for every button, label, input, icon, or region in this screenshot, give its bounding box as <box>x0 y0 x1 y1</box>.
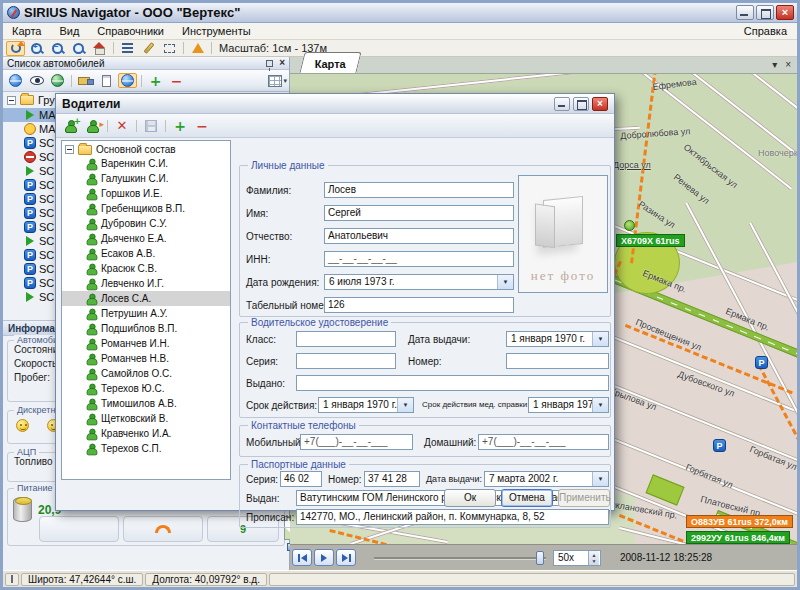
playback-speed-input[interactable]: 50x ▲▼ <box>553 550 601 566</box>
skip-forward-button[interactable] <box>336 549 356 566</box>
minus-icon: − <box>171 74 183 88</box>
ok-button[interactable]: Ок <box>444 489 496 507</box>
timeline-slider[interactable] <box>374 557 546 560</box>
vehicle-marker[interactable] <box>624 220 635 231</box>
timeline-slider-thumb[interactable] <box>536 551 544 565</box>
visibility-button[interactable] <box>27 73 46 88</box>
skip-back-button[interactable] <box>292 549 312 566</box>
remove-group-button[interactable]: − <box>191 116 213 135</box>
mobile-field[interactable]: +7(___)-__-__-___ <box>300 434 413 450</box>
pin-icon[interactable] <box>266 60 273 67</box>
license-issue-date-select[interactable]: 1 января 1970 г. <box>506 331 609 347</box>
zoom-out-button[interactable]: − <box>48 41 67 56</box>
menu-item[interactable]: Инструменты <box>173 24 260 38</box>
license-valid-label: Срок действия: <box>246 400 317 411</box>
tab-map[interactable]: Карта <box>299 52 361 73</box>
license-class-field[interactable] <box>296 331 396 347</box>
patronymic-field[interactable]: Анатольевич <box>324 228 514 244</box>
license-issued-by-field[interactable] <box>296 375 609 391</box>
birthdate-select[interactable]: 6 июля 1973 г. <box>324 274 514 290</box>
plus-icon: + <box>174 119 186 133</box>
name-field[interactable]: Сергей <box>324 205 514 221</box>
dialog-minimize-button[interactable] <box>554 97 570 111</box>
apply-button[interactable]: Применить <box>558 489 610 507</box>
home-phone-field[interactable]: +7(___)-__-__-___ <box>478 434 609 450</box>
close-icon[interactable]: × <box>785 59 791 70</box>
cancel-button[interactable]: Отмена <box>501 489 553 507</box>
zoom-in-button[interactable]: + <box>27 41 46 56</box>
menu-item-help[interactable]: Справка <box>734 24 797 38</box>
layers-icon <box>122 43 133 53</box>
med-valid-select[interactable]: 1 января 1970 г. <box>528 397 609 413</box>
street-label: Новочеркасск <box>758 148 797 158</box>
app-window: SIRIUS Navigator - ООО "Вертекс" × Карта… <box>0 0 800 590</box>
zoom-window-button[interactable] <box>69 41 88 56</box>
vehicle-panel-title: Список автомобилей <box>7 58 266 69</box>
home-button[interactable] <box>90 41 109 56</box>
group-caption: Контактные телефоны <box>248 420 359 431</box>
delete-driver-button[interactable]: ✕ <box>111 116 133 135</box>
group-caption: Питание <box>14 483 56 493</box>
folder-icon <box>20 95 34 105</box>
dialog-close-button[interactable]: × <box>592 97 608 111</box>
license-number-field[interactable] <box>506 353 609 369</box>
view-mode-button[interactable]: ▾ <box>268 75 287 87</box>
show-all-button[interactable] <box>6 73 25 88</box>
vehicle-plate-label[interactable]: 2992УУ 61rus 846,4км <box>686 531 790 544</box>
passport-number-field[interactable]: 37 41 28 <box>364 471 420 487</box>
chevron-down-icon[interactable]: ▾ <box>772 59 777 70</box>
menu-item[interactable]: Справочники <box>88 24 173 38</box>
collapse-icon[interactable] <box>7 96 16 105</box>
latitude-value: Широта: 47,42644° с.ш. <box>21 573 143 586</box>
save-button[interactable] <box>140 116 162 135</box>
passport-issue-date-label: Дата выдачи: <box>426 474 482 484</box>
spinner-arrows[interactable]: ▲▼ <box>588 551 599 565</box>
edit-button[interactable] <box>139 41 158 56</box>
inn-label: ИНН: <box>246 254 270 265</box>
report-button[interactable] <box>97 73 116 88</box>
home-phone-label: Домашний: <box>424 437 476 448</box>
no-photo-label: нет фото <box>519 268 607 284</box>
move-driver-button[interactable]: ▸ <box>82 116 104 135</box>
track-button[interactable] <box>6 41 25 56</box>
surname-field[interactable]: Лосев <box>324 182 514 198</box>
menu-item[interactable]: Карта <box>3 24 50 38</box>
truck-icon <box>78 75 94 86</box>
registered-field[interactable]: 142770, МО., Ленинский район, п. Коммуна… <box>296 509 609 525</box>
add-group-button[interactable]: + <box>169 116 191 135</box>
vehicle-plate-label[interactable]: О883УВ 61rus 372,0км <box>686 515 793 528</box>
play-button[interactable] <box>314 549 334 566</box>
vehicle-button[interactable] <box>76 73 95 88</box>
longitude-value: Долгота: 40,09792° в.д. <box>145 573 267 586</box>
driver-photo-box[interactable]: нет фото <box>518 175 608 293</box>
passport-series-field[interactable]: 46 02 <box>280 471 322 487</box>
measure-button[interactable] <box>188 41 207 56</box>
license-valid-select[interactable]: 1 января 1970 г. <box>318 397 414 413</box>
layers-button[interactable] <box>118 41 137 56</box>
license-series-field[interactable] <box>296 353 396 369</box>
passport-series-label: Серия: <box>246 474 278 485</box>
close-button[interactable]: × <box>776 5 794 20</box>
dialog-maximize-button[interactable] <box>573 97 589 111</box>
add-vehicle-button[interactable]: + <box>146 73 165 88</box>
vehicle-label: SC <box>39 249 54 261</box>
vehicle-status-icon <box>24 221 36 233</box>
menu-item[interactable]: Вид <box>50 24 88 38</box>
parking-icon[interactable] <box>713 439 726 452</box>
remove-vehicle-button[interactable]: − <box>167 73 186 88</box>
globe-green-button[interactable] <box>48 73 67 88</box>
vehicle-plate-label[interactable]: Х6709Х 61rus <box>616 234 685 247</box>
select-area-button[interactable] <box>160 41 179 56</box>
follow-button[interactable] <box>118 73 137 88</box>
vehicle-label: SC <box>39 179 54 191</box>
vehicle-status-icon <box>24 137 36 149</box>
zoom-in-icon: + <box>30 42 43 55</box>
inn-field[interactable]: __-__-__-__-__ <box>324 251 514 267</box>
panel-close-icon[interactable]: × <box>279 58 285 68</box>
maximize-button[interactable] <box>756 5 774 20</box>
personnel-number-field[interactable]: 126 <box>324 297 514 313</box>
passport-issue-date-select[interactable]: 7 марта 2002 г. <box>484 471 609 487</box>
add-driver-button[interactable]: + <box>60 116 82 135</box>
parking-icon[interactable] <box>755 356 768 369</box>
minimize-button[interactable] <box>736 5 754 20</box>
